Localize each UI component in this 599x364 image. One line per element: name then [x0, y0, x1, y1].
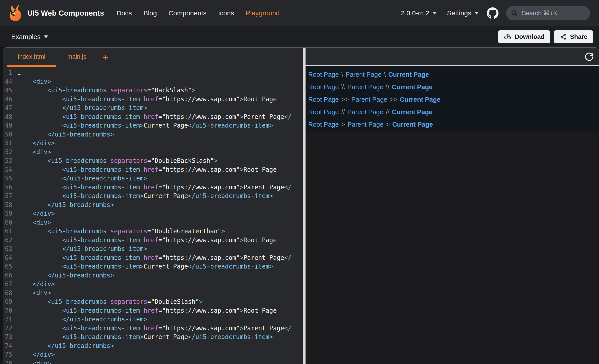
code-text: </ui5-breadcrumbs>: [18, 130, 114, 139]
share-button[interactable]: Share: [554, 30, 593, 43]
nav-link-components[interactable]: Components: [168, 9, 206, 17]
code-line[interactable]: 54 <ui5-breadcrumbs-item href="https://w…: [3, 165, 303, 174]
nav-link-icons[interactable]: Icons: [218, 9, 234, 17]
code-line[interactable]: 47 </ui5-breadcrumbs-item>: [3, 103, 303, 112]
code-line[interactable]: 55 </ui5-breadcrumbs-item>: [3, 174, 303, 183]
breadcrumb-link[interactable]: Parent Page: [347, 108, 383, 116]
code-line[interactable]: 71 </ui5-breadcrumbs-item>: [3, 315, 303, 324]
search-input[interactable]: [522, 9, 586, 17]
line-number: 65: [3, 262, 18, 271]
add-tab-button[interactable]: +: [97, 48, 113, 67]
nav-link-blog[interactable]: Blog: [143, 9, 157, 17]
code-line[interactable]: 73 <ui5-breadcrumbs-item>Current Page</u…: [3, 332, 303, 341]
breadcrumb-current-page: Current Page: [392, 108, 433, 116]
share-label: Share: [570, 33, 587, 40]
code-line[interactable]: 58 </ui5-breadcrumbs>: [3, 201, 303, 209]
line-number: 64: [3, 253, 18, 262]
code-line[interactable]: 56 <ui5-breadcrumbs-item href="https://w…: [3, 183, 303, 192]
download-button[interactable]: Download: [498, 30, 550, 43]
code-text: <ui5-breadcrumbs separators="DoubleSlash…: [18, 297, 203, 306]
settings-dropdown[interactable]: Settings: [447, 9, 479, 17]
breadcrumbs-row: Root Page\Parent Page\Current Page: [308, 70, 599, 79]
line-number: 72: [3, 324, 18, 333]
code-area[interactable]: 1…44 <div>45 <ui5-breadcrumbs separators…: [3, 67, 303, 364]
code-line[interactable]: 72 <ui5-breadcrumbs-item href="https://w…: [3, 324, 303, 333]
pane-splitter[interactable]: [303, 48, 306, 364]
code-line[interactable]: 44 <div>: [3, 77, 303, 86]
line-number: 46: [3, 95, 18, 104]
line-number: 58: [3, 201, 18, 209]
github-icon[interactable]: [487, 7, 499, 19]
code-line[interactable]: 50 </ui5-breadcrumbs>: [3, 130, 303, 139]
breadcrumb-separator: \: [341, 71, 343, 78]
code-line[interactable]: 76 <div>: [3, 359, 303, 364]
examples-dropdown[interactable]: Examples: [11, 33, 48, 41]
code-text: </div>: [18, 209, 55, 218]
code-line[interactable]: 70 <ui5-breadcrumbs-item href="https://w…: [3, 306, 303, 315]
nav-link-playground[interactable]: Playground: [246, 9, 280, 17]
breadcrumb-link[interactable]: Parent Page: [348, 121, 383, 128]
code-line[interactable]: 1…: [3, 68, 303, 77]
line-number: 62: [3, 236, 18, 245]
code-line[interactable]: 52 <div>: [3, 148, 303, 157]
line-number: 1: [3, 68, 18, 77]
examples-label: Examples: [11, 33, 41, 41]
code-text: <div>: [18, 77, 51, 86]
code-line[interactable]: 51 </div>: [3, 139, 303, 148]
preview-pane: Root Page\Parent Page\Current PageRoot P…: [306, 48, 599, 364]
code-line[interactable]: 64 <ui5-breadcrumbs-item href="https://w…: [3, 253, 303, 262]
code-line[interactable]: 59 </div>: [3, 209, 303, 218]
tab-main-js[interactable]: main.js: [56, 48, 97, 67]
main-area: index.htmlmain.js + 1…44 <div>45 <ui5-br…: [0, 47, 599, 364]
code-line[interactable]: 68 <div>: [3, 289, 303, 297]
code-line[interactable]: 57 <ui5-breadcrumbs-item>Current Page</u…: [3, 192, 303, 201]
brand-title[interactable]: UI5 Web Components: [27, 9, 104, 17]
breadcrumb-link[interactable]: Root Page: [308, 84, 339, 91]
refresh-icon[interactable]: [584, 52, 594, 62]
code-text: </ui5-breadcrumbs-item>: [18, 103, 147, 112]
breadcrumb-link[interactable]: Root Page: [308, 121, 339, 128]
code-line[interactable]: 65 <ui5-breadcrumbs-item>Current Page</u…: [3, 262, 303, 271]
share-icon: [560, 33, 567, 40]
line-number: 74: [3, 341, 18, 350]
code-line[interactable]: 45 <ui5-breadcrumbs separators="BackSlas…: [3, 86, 303, 95]
code-line[interactable]: 60 <div>: [3, 218, 303, 227]
line-number: 61: [3, 227, 18, 236]
line-number: 45: [3, 86, 18, 95]
breadcrumb-link[interactable]: Parent Page: [347, 84, 383, 91]
toolbar-actions: Download Share: [498, 30, 593, 43]
breadcrumb-link[interactable]: Parent Page: [351, 96, 387, 103]
code-line[interactable]: 74 </ui5-breadcrumbs>: [3, 341, 303, 350]
line-number: 68: [3, 289, 18, 297]
code-text: <ui5-breadcrumbs-item href="https://www.…: [18, 236, 277, 245]
code-line[interactable]: 66 </ui5-breadcrumbs>: [3, 271, 303, 280]
code-line[interactable]: 75 </div>: [3, 350, 303, 359]
breadcrumb-separator: >>: [390, 96, 397, 103]
breadcrumb-link[interactable]: Parent Page: [345, 71, 381, 78]
search-box[interactable]: [506, 6, 590, 20]
tab-index-html[interactable]: index.html: [7, 48, 56, 67]
breadcrumb-link[interactable]: Root Page: [308, 108, 339, 116]
code-text: <ui5-breadcrumbs-item>Current Page</ui5-…: [18, 332, 273, 341]
code-line[interactable]: 46 <ui5-breadcrumbs-item href="https://w…: [3, 95, 303, 104]
ui5-logo-icon[interactable]: [9, 4, 22, 23]
code-text: <ui5-breadcrumbs-item href="https://www.…: [18, 253, 291, 262]
code-line[interactable]: 67 </div>: [3, 280, 303, 289]
code-line[interactable]: 61 <ui5-breadcrumbs separators="DoubleGr…: [3, 227, 303, 236]
breadcrumb-link[interactable]: Root Page: [308, 71, 339, 78]
line-number: 76: [3, 359, 18, 364]
settings-label: Settings: [447, 9, 471, 17]
code-line[interactable]: 53 <ui5-breadcrumbs separators="DoubleBa…: [3, 156, 303, 165]
version-dropdown[interactable]: 2.0.0-rc.2: [401, 9, 437, 17]
download-label: Download: [515, 33, 545, 40]
breadcrumb-link[interactable]: Root Page: [308, 96, 339, 103]
line-number: 49: [3, 121, 18, 130]
code-line[interactable]: 48 <ui5-breadcrumbs-item href="https://w…: [3, 112, 303, 121]
code-line[interactable]: 69 <ui5-breadcrumbs separators="DoubleSl…: [3, 297, 303, 306]
code-line[interactable]: 63 </ui5-breadcrumbs-item>: [3, 245, 303, 253]
code-line[interactable]: 49 <ui5-breadcrumbs-item>Current Page</u…: [3, 121, 303, 130]
nav-link-docs[interactable]: Docs: [117, 9, 132, 17]
code-line[interactable]: 62 <ui5-breadcrumbs-item href="https://w…: [3, 236, 303, 245]
code-text: </ui5-breadcrumbs>: [18, 271, 114, 280]
breadcrumb-separator: \\: [386, 84, 389, 91]
